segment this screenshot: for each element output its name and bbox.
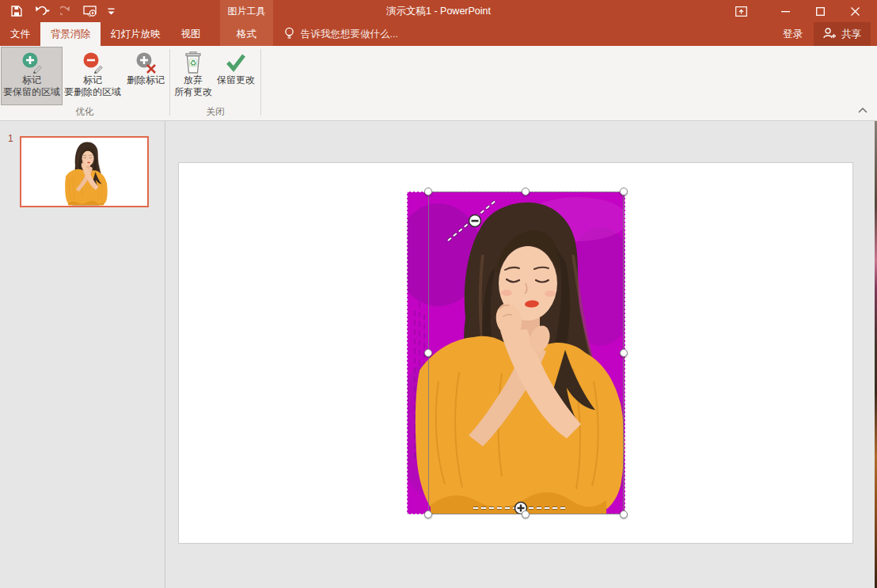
window-controls — [723, 0, 872, 22]
customize-quick-access-icon[interactable] — [108, 6, 115, 16]
background-removal-marquee[interactable] — [428, 192, 624, 514]
powerpoint-window: 图片工具 演示文稿1 - PowerPoint 文件 背景消除 幻灯片放映 视图 — [0, 0, 877, 588]
group-label-refine: 优化 — [0, 106, 169, 118]
tab-file[interactable]: 文件 — [0, 22, 40, 46]
collapse-ribbon-icon[interactable] — [858, 102, 868, 116]
button-label: 保留更改 — [217, 74, 255, 86]
handle-top-left[interactable] — [424, 188, 432, 195]
handle-bottom-left[interactable] — [424, 510, 432, 518]
person-add-icon — [823, 28, 837, 41]
keep-changes-button[interactable]: 保留更改 — [214, 47, 258, 104]
tab-view[interactable]: 视图 — [171, 22, 211, 46]
slideshow-from-start-icon[interactable] — [83, 6, 97, 17]
button-label: 所有更改 — [174, 86, 212, 98]
delete-mark-button[interactable]: 删除标记 — [123, 47, 168, 104]
slide-number: 1 — [8, 133, 13, 144]
button-label: 要删除的区域 — [64, 86, 121, 98]
undo-icon[interactable] — [32, 6, 50, 17]
thumbnail-image — [63, 139, 108, 206]
tab-slideshow[interactable]: 幻灯片放映 — [101, 22, 171, 46]
close-icon[interactable] — [837, 0, 872, 22]
checkmark-icon — [225, 51, 247, 74]
maximize-icon[interactable] — [803, 0, 837, 22]
tab-format[interactable]: 格式 — [237, 22, 256, 46]
trash-recycle-icon: ♻ — [183, 51, 203, 74]
handle-bottom-right[interactable] — [620, 510, 628, 518]
ribbon-tab-row: 文件 背景消除 幻灯片放映 视图 格式 告诉我您想要做什么... 登录 共享 — [0, 22, 877, 46]
lightbulb-icon — [284, 27, 294, 42]
button-label: 标记 — [22, 74, 41, 86]
svg-text:♻: ♻ — [190, 59, 197, 67]
group-label-close: 关闭 — [170, 106, 260, 118]
mark-areas-to-keep-button[interactable]: 标记 要保留的区域 — [2, 47, 62, 104]
minimize-icon[interactable] — [768, 0, 803, 22]
handle-top-right[interactable] — [620, 188, 628, 195]
button-label: 要保留的区域 — [3, 86, 60, 98]
group-refine: 标记 要保留的区域 标记 要删除的区域 — [0, 46, 169, 120]
button-label: 放弃 — [184, 74, 203, 86]
tell-me-text: 告诉我您想要做什么... — [301, 28, 398, 41]
redo-icon — [60, 6, 73, 17]
tab-background-removal[interactable]: 背景消除 — [40, 22, 101, 46]
share-label: 共享 — [841, 28, 861, 41]
sign-in-button[interactable]: 登录 — [772, 22, 814, 46]
discard-all-changes-button[interactable]: ♻ 放弃 所有更改 — [173, 47, 214, 104]
mark-keep-icon — [20, 51, 44, 74]
slide-thumbnail-panel: 1 — [0, 121, 165, 588]
handle-bottom-center[interactable] — [522, 510, 530, 518]
share-button[interactable]: 共享 — [814, 22, 871, 46]
group-separator — [260, 49, 261, 116]
slide-thumbnail[interactable] — [20, 136, 149, 207]
mark-remove-icon — [81, 51, 104, 74]
ribbon-display-options-icon[interactable] — [723, 0, 758, 22]
handle-middle-right[interactable] — [620, 349, 628, 357]
delete-mark-icon — [134, 51, 158, 74]
save-icon[interactable] — [11, 6, 22, 17]
group-close: ♻ 放弃 所有更改 保留更改 关闭 — [170, 46, 260, 120]
title-bar: 图片工具 演示文稿1 - PowerPoint — [0, 0, 877, 22]
button-label: 标记 — [83, 74, 102, 86]
handle-top-center[interactable] — [522, 188, 530, 195]
mark-areas-to-remove-button[interactable]: 标记 要删除的区域 — [63, 47, 122, 104]
button-label: 删除标记 — [127, 74, 165, 86]
tell-me-box[interactable]: 告诉我您想要做什么... — [284, 22, 398, 46]
window-title: 演示文稿1 - PowerPoint — [386, 0, 491, 22]
contextual-group-label: 图片工具 — [220, 0, 273, 22]
ribbon: 标记 要保留的区域 标记 要删除的区域 — [0, 46, 877, 121]
handle-middle-left[interactable] — [424, 349, 432, 357]
quick-access-toolbar — [11, 0, 115, 22]
